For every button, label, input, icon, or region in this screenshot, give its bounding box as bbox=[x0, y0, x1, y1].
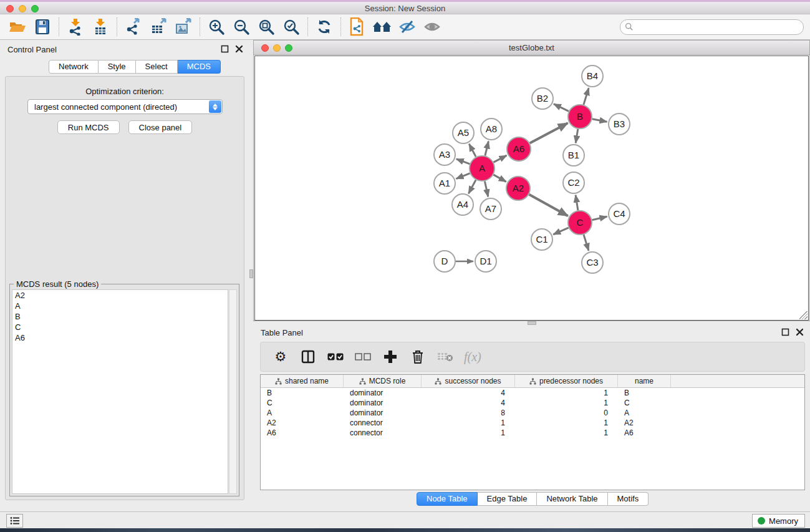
edge-B-B2[interactable] bbox=[554, 104, 569, 112]
node-C[interactable]: C bbox=[568, 211, 592, 235]
table-cell[interactable]: B bbox=[261, 388, 344, 398]
node-A8[interactable]: A8 bbox=[481, 118, 502, 140]
criterion-dropdown[interactable]: largest connected component (directed) bbox=[27, 99, 223, 114]
edge-A-A7[interactable] bbox=[485, 181, 488, 197]
zoom-out-button[interactable] bbox=[229, 16, 254, 37]
edge-A-A5[interactable] bbox=[469, 144, 476, 157]
run-mcds-button[interactable]: Run MCDS bbox=[57, 120, 120, 134]
node-B4[interactable]: B4 bbox=[582, 65, 603, 87]
table-cell[interactable]: 1 bbox=[422, 418, 515, 428]
edge-B-B4[interactable] bbox=[584, 88, 589, 105]
table-cell[interactable]: 4 bbox=[422, 398, 515, 408]
edge-A-A4[interactable] bbox=[468, 180, 476, 194]
edge-A-A8[interactable] bbox=[485, 142, 489, 156]
node-A3[interactable]: A3 bbox=[434, 144, 455, 165]
open-file-button[interactable] bbox=[5, 16, 30, 37]
node-B1[interactable]: B1 bbox=[563, 145, 584, 166]
column-header-predecessor-nodes[interactable]: predecessor nodes bbox=[515, 375, 618, 387]
column-layout-button[interactable] bbox=[297, 346, 319, 368]
table-row[interactable]: A6connector11A6 bbox=[261, 428, 804, 438]
deselect-all-columns-button[interactable] bbox=[352, 346, 374, 368]
edge-A6-B[interactable] bbox=[530, 123, 568, 143]
edge-C-C2[interactable] bbox=[576, 195, 578, 210]
node-C4[interactable]: C4 bbox=[609, 203, 630, 225]
tab-network[interactable]: Network bbox=[49, 60, 99, 74]
export-image-button[interactable] bbox=[171, 16, 196, 37]
tab-select[interactable]: Select bbox=[136, 60, 178, 74]
node-B2[interactable]: B2 bbox=[532, 88, 553, 109]
table-cell[interactable]: dominator bbox=[344, 398, 422, 408]
table-cell[interactable]: 4 bbox=[422, 388, 515, 398]
edge-C-C3[interactable] bbox=[584, 235, 589, 251]
tab-style[interactable]: Style bbox=[99, 60, 136, 74]
node-A2[interactable]: A2 bbox=[506, 177, 530, 200]
node-C2[interactable]: C2 bbox=[563, 172, 584, 193]
mcds-result-item[interactable]: A2 bbox=[12, 290, 228, 301]
node-A7[interactable]: A7 bbox=[480, 198, 501, 220]
export-network-button[interactable] bbox=[121, 16, 146, 37]
node-D1[interactable]: D1 bbox=[475, 251, 496, 272]
table-cell[interactable]: dominator bbox=[344, 408, 422, 418]
table-cell[interactable]: B bbox=[618, 388, 671, 398]
table-row[interactable]: Adominator80A bbox=[261, 408, 804, 418]
edge-B-B1[interactable] bbox=[576, 129, 578, 143]
table-settings-button[interactable]: ⚙ bbox=[269, 346, 292, 368]
close-panel-icon[interactable] bbox=[235, 45, 243, 53]
window-resize-grip[interactable] bbox=[799, 311, 808, 319]
zoom-in-button[interactable] bbox=[204, 16, 229, 37]
edge-B-B3[interactable] bbox=[592, 119, 607, 122]
table-cell[interactable]: 1 bbox=[515, 418, 618, 428]
edge-C-C4[interactable] bbox=[592, 216, 607, 220]
create-column-button[interactable] bbox=[379, 346, 402, 368]
table-cell[interactable]: C bbox=[618, 398, 671, 408]
table-row[interactable]: Cdominator41C bbox=[261, 398, 804, 408]
mcds-result-item[interactable]: C bbox=[12, 322, 228, 332]
close-panel-button[interactable]: Close panel bbox=[128, 120, 193, 134]
delete-column-button[interactable] bbox=[407, 346, 429, 368]
table-cell[interactable]: 8 bbox=[422, 408, 515, 418]
table-cell[interactable]: A2 bbox=[618, 418, 671, 428]
table-cell[interactable]: C bbox=[261, 398, 344, 408]
table-cell[interactable]: A6 bbox=[618, 428, 671, 438]
float-table-panel-icon[interactable] bbox=[781, 328, 789, 336]
table-cell[interactable]: A2 bbox=[261, 418, 344, 428]
task-history-button[interactable] bbox=[6, 514, 23, 528]
column-header-name[interactable]: name bbox=[618, 375, 671, 387]
table-cell[interactable]: connector bbox=[344, 418, 422, 428]
edge-A-A3[interactable] bbox=[456, 159, 470, 164]
node-B[interactable]: B bbox=[568, 105, 592, 128]
import-network-button[interactable] bbox=[63, 16, 88, 37]
refresh-button[interactable] bbox=[312, 16, 337, 37]
edge-A-A1[interactable] bbox=[456, 173, 470, 179]
zoom-selected-button[interactable] bbox=[279, 16, 304, 37]
close-table-panel-icon[interactable] bbox=[796, 328, 804, 336]
table-cell[interactable]: A6 bbox=[261, 428, 344, 438]
table-cell[interactable]: connector bbox=[344, 428, 422, 438]
node-A5[interactable]: A5 bbox=[453, 122, 474, 143]
node-D[interactable]: D bbox=[434, 251, 455, 272]
mcds-result-item[interactable]: A6 bbox=[12, 332, 228, 343]
float-panel-icon[interactable] bbox=[221, 45, 229, 53]
node-B3[interactable]: B3 bbox=[609, 114, 630, 135]
table-cell[interactable]: 1 bbox=[422, 428, 515, 438]
table-cell[interactable]: 1 bbox=[515, 428, 618, 438]
column-header-shared-name[interactable]: shared name bbox=[261, 375, 344, 387]
node-A1[interactable]: A1 bbox=[434, 173, 455, 194]
table-row[interactable]: Bdominator41B bbox=[261, 388, 804, 398]
result-list-scrollbar[interactable] bbox=[229, 289, 237, 494]
network-canvas[interactable]: B4B2BB3B1A5A8A6A3AA1A4A7A2C2C4CC1C3DD1 bbox=[254, 56, 809, 321]
hide-graphics-button[interactable] bbox=[395, 16, 420, 37]
network-window-titlebar[interactable]: testGlobe.txt bbox=[254, 41, 809, 55]
column-header-mcds-role[interactable]: MCDS role bbox=[344, 375, 422, 387]
edge-A-A2[interactable] bbox=[493, 175, 506, 181]
node-A[interactable]: A bbox=[470, 156, 494, 181]
save-session-button[interactable] bbox=[30, 16, 55, 37]
tab-network-table[interactable]: Network Table bbox=[537, 492, 607, 506]
search-input[interactable] bbox=[620, 19, 804, 35]
export-table-button[interactable] bbox=[146, 16, 171, 37]
table-cell[interactable]: A bbox=[618, 408, 671, 418]
edge-A2-C[interactable] bbox=[529, 195, 568, 216]
edge-C-C1[interactable] bbox=[553, 228, 568, 235]
table-cell[interactable]: 1 bbox=[515, 398, 618, 408]
table-cell[interactable]: 0 bbox=[515, 408, 618, 418]
